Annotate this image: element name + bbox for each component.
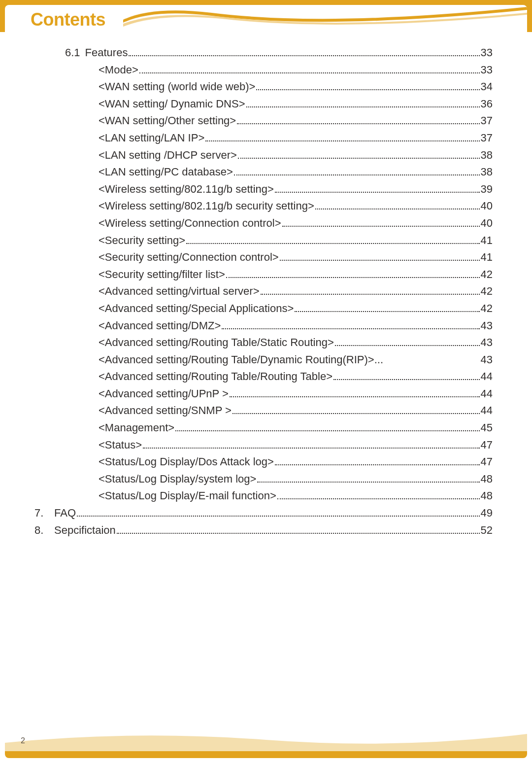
toc-entry-label: <Status/Log Display/Dos Attack log> <box>99 456 274 467</box>
toc-entry-page: 49 <box>481 508 493 519</box>
toc-entry-page: 40 <box>481 218 493 229</box>
toc-leader <box>246 106 480 107</box>
toc-entry-page: 48 <box>481 490 493 501</box>
toc-entry[interactable]: <LAN setting/PC database>38 <box>99 167 493 177</box>
toc-entry[interactable]: <Mode>33 <box>99 65 493 75</box>
toc-leader <box>335 345 480 346</box>
toc-entry-page: 44 <box>481 405 493 416</box>
toc-entry[interactable]: <WAN setting/Other setting>37 <box>99 115 493 126</box>
toc-entry-page: 33 <box>481 47 493 58</box>
header-swoosh <box>123 5 527 33</box>
toc-leader <box>256 89 479 90</box>
toc-leader <box>222 328 479 329</box>
toc-entry-label: FAQ <box>54 508 76 519</box>
toc-entry-label: <Wireless setting/802.11g/b security set… <box>99 201 314 211</box>
toc-entry[interactable]: <LAN setting/LAN IP>37 <box>99 133 493 143</box>
toc-entry[interactable]: <Advanced setting/SNMP >44 <box>99 405 493 416</box>
header-bar: Contents <box>5 5 527 35</box>
toc-entry[interactable]: <Status/Log Display/system log>48 <box>99 474 493 485</box>
toc-entry-page: 36 <box>481 99 493 109</box>
toc-leader <box>77 516 480 517</box>
toc-entry-page: 47 <box>481 456 493 467</box>
toc-entry[interactable]: <Security setting>41 <box>99 235 493 246</box>
toc-entry-page: 47 <box>481 440 493 451</box>
toc-entry-page: 37 <box>481 115 493 126</box>
toc-leader <box>261 294 480 295</box>
toc-leader <box>238 158 480 159</box>
toc-entry-label: <Advanced setting/Special Applications> <box>99 303 294 314</box>
toc-entry-page: 48 <box>481 474 493 485</box>
footer-stripe <box>5 751 527 758</box>
toc-entry[interactable]: <Wireless setting/Connection control>40 <box>99 218 493 229</box>
toc-entry-label: <Security setting/filter list> <box>99 269 225 280</box>
toc-entry[interactable]: <Wireless setting/802.11g/b setting>39 <box>99 184 493 195</box>
toc-entry[interactable]: <Advanced setting/Routing Table/Routing … <box>99 371 493 382</box>
toc-entry-page: 37 <box>481 133 493 143</box>
toc-entry[interactable]: 7.FAQ49 <box>34 508 493 519</box>
toc-entry-label: Features <box>85 47 128 58</box>
toc-entry-page: 43 <box>481 337 493 348</box>
toc-leader <box>280 260 480 261</box>
toc-entry[interactable]: <Advanced setting/UPnP >44 <box>99 388 493 399</box>
toc-entry-label: <Management> <box>99 422 174 433</box>
toc-entry-label: <LAN setting /DHCP server> <box>99 150 237 161</box>
toc-entry-label: <Wireless setting/802.11g/b setting> <box>99 184 274 195</box>
toc-entry[interactable]: <Status>47 <box>99 440 493 451</box>
toc-entry-page: 42 <box>481 269 493 280</box>
toc-entry-label: <Status> <box>99 440 142 451</box>
toc-entry[interactable]: <LAN setting /DHCP server>38 <box>99 150 493 161</box>
toc-leader <box>230 396 480 397</box>
toc-entry-page: 33 <box>481 65 493 75</box>
toc-entry-page: 41 <box>481 252 493 263</box>
toc-entry[interactable]: <Advanced setting/Routing Table/Static R… <box>99 337 493 348</box>
toc-entry-page: 43 <box>481 354 493 365</box>
toc-entry[interactable]: <Advanced setting/virtual server>42 <box>99 286 493 297</box>
toc-entry[interactable]: <Advanced setting/Routing Table/Dynamic … <box>99 354 493 365</box>
toc-entry[interactable]: <WAN setting (world wide web)>34 <box>99 81 493 92</box>
toc-entry[interactable]: 6.1Features33 <box>65 47 493 58</box>
toc-leader <box>237 123 479 124</box>
toc-entry[interactable]: <Status/Log Display/Dos Attack log>47 <box>99 456 493 467</box>
toc-entry[interactable]: 8.Sepcifictaion 52 <box>34 525 493 536</box>
toc-leader <box>277 498 480 499</box>
toc-leader <box>143 448 479 449</box>
toc-entry-label: <WAN setting/Other setting> <box>99 115 236 126</box>
toc-entry[interactable]: <Advanced setting/Special Applications>4… <box>99 303 493 314</box>
toc-entry[interactable]: <Wireless setting/802.11g/b security set… <box>99 201 493 211</box>
toc-entry-page: 52 <box>481 525 493 536</box>
toc-entry[interactable]: <Security setting/Connection control>41 <box>99 252 493 263</box>
toc-leader-short: ... <box>374 354 481 365</box>
toc-leader <box>117 533 480 534</box>
footer-accent <box>5 729 527 752</box>
toc-leader <box>282 226 480 227</box>
toc-entry-label: <Security setting> <box>99 235 185 246</box>
toc-leader <box>226 277 480 278</box>
toc-entry-page: 38 <box>481 167 493 177</box>
toc-entry-page: 41 <box>481 235 493 246</box>
toc-entry-number: 7. <box>34 508 54 519</box>
toc-entry-page: 34 <box>481 81 493 92</box>
toc-entry[interactable]: <Status/Log Display/E-mail function>48 <box>99 490 493 501</box>
toc-entry-label: Sepcifictaion <box>54 525 116 536</box>
toc-entry-label: <Advanced setting/Routing Table/Static R… <box>99 337 334 348</box>
toc-entry-page: 38 <box>481 150 493 161</box>
toc-entry[interactable]: <Security setting/filter list>42 <box>99 269 493 280</box>
table-of-contents: 6.1Features33<Mode>33<WAN setting (world… <box>34 47 493 542</box>
page-number: 2 <box>21 736 25 745</box>
toc-entry-page: 44 <box>481 388 493 399</box>
toc-entry-label: <Wireless setting/Connection control> <box>99 218 281 229</box>
page-frame: Contents 6.1Features33<Mode>33<WAN setti… <box>5 5 527 758</box>
toc-entry-page: 45 <box>481 422 493 433</box>
toc-leader <box>205 140 479 141</box>
toc-entry[interactable]: <Management>45 <box>99 422 493 433</box>
toc-entry-number: 8. <box>34 525 54 536</box>
toc-entry-page: 42 <box>481 303 493 314</box>
toc-entry-page: 44 <box>481 371 493 382</box>
toc-entry-label: <Mode> <box>99 65 138 75</box>
toc-leader <box>257 482 479 483</box>
page-title: Contents <box>5 9 105 30</box>
toc-entry[interactable]: <WAN setting/ Dynamic DNS>36 <box>99 99 493 109</box>
toc-entry[interactable]: <Advanced setting/DMZ>43 <box>99 320 493 331</box>
toc-entry-label: <Advanced setting/virtual server> <box>99 286 260 297</box>
toc-entry-label: <Advanced setting/UPnP > <box>99 388 229 399</box>
